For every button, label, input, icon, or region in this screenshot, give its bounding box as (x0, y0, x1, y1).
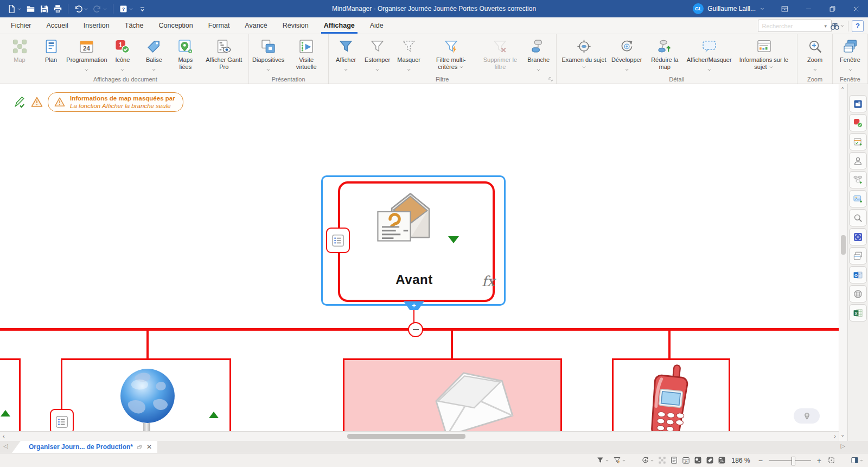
informations-sur-le-sujet-button[interactable]: Informations sur le sujet (733, 35, 795, 71)
vertical-scrollbar[interactable]: ⌃ ⌄ (839, 84, 847, 441)
tab-révision[interactable]: Révision (275, 17, 316, 34)
close-button[interactable] (844, 0, 868, 17)
sidebar-tab-resources[interactable] (849, 152, 867, 169)
topic-notes-badge[interactable] (326, 228, 350, 253)
examen-du-sujet-button[interactable]: Examen du sujet (559, 35, 609, 71)
sidebar-tab-task-info[interactable] (849, 133, 867, 150)
status-view-tags-button[interactable] (706, 456, 714, 464)
collapse-branch-button[interactable] (408, 322, 423, 337)
tab-format[interactable]: Format (201, 17, 238, 34)
new-document-button[interactable] (5, 3, 23, 15)
tab-scroll-left-icon[interactable]: ◁ (3, 443, 8, 450)
fenêtre-button[interactable]: Fenêtre (835, 35, 865, 74)
zoom-button[interactable]: Zoom (800, 35, 830, 74)
undo-button[interactable] (72, 3, 90, 15)
scroll-up-icon[interactable]: ⌃ (840, 86, 845, 92)
sidebar-tab-snippets[interactable] (849, 247, 867, 264)
customize-qat-button[interactable] (136, 3, 149, 15)
tab-avancé[interactable]: Avancé (237, 17, 275, 34)
help-button[interactable]: ? (852, 20, 864, 32)
status-view-icons-button[interactable] (694, 456, 702, 464)
location-pin-button[interactable] (794, 408, 820, 424)
afficher-gantt-pro-button[interactable]: Afficher Gantt Pro (202, 35, 246, 71)
tab-aide[interactable]: Aide (362, 17, 391, 34)
close-tab-icon[interactable]: ✕ (146, 443, 152, 451)
add-subtopic-button[interactable]: + (404, 301, 424, 310)
minimize-button[interactable] (796, 0, 820, 17)
chevron-down-icon[interactable] (129, 7, 133, 11)
search-input[interactable] (758, 20, 832, 32)
zoom-out-button[interactable]: − (756, 456, 765, 465)
afficher-button[interactable]: Afficher (331, 35, 361, 74)
masquer-button[interactable]: Masquer (394, 35, 424, 74)
map-warning-banner[interactable]: Informations de map masquées par La fonc… (48, 92, 183, 112)
réduire-la-map-button[interactable]: Réduire la map (644, 35, 685, 71)
subtopic-node-partial[interactable] (0, 358, 21, 438)
sidebar-tab-outlook[interactable]: O (849, 266, 867, 283)
map-canvas[interactable]: Informations de map masquées par La fonc… (0, 84, 839, 441)
status-develop-button[interactable] (641, 456, 654, 464)
edit-check-icon[interactable] (13, 96, 26, 109)
sidebar-tab-search[interactable] (849, 209, 867, 226)
float-window-icon[interactable] (137, 444, 143, 450)
chevron-down-icon[interactable] (84, 7, 88, 11)
afficher-masquer-button[interactable]: Afficher/Masquer (686, 35, 732, 74)
horizontal-scrollbar[interactable]: ‹ › (0, 431, 839, 441)
maps-liées-button[interactable]: Maps liées (170, 35, 201, 71)
tab-conception[interactable]: Conception (151, 17, 201, 34)
status-view-gantt-button[interactable] (718, 456, 726, 464)
balise-button[interactable]: Balise (139, 35, 169, 74)
sidebar-tab-excel[interactable]: X (849, 304, 867, 321)
zoom-slider[interactable] (769, 456, 811, 465)
save-button[interactable] (38, 3, 50, 15)
status-power-filter-button[interactable] (613, 456, 626, 464)
zoom-slider-handle[interactable] (792, 457, 795, 465)
chevron-down-icon[interactable] (103, 7, 107, 11)
programmation-button[interactable]: 24Programmation (67, 35, 106, 74)
print-button[interactable] (52, 3, 64, 15)
scroll-right-icon[interactable]: › (834, 432, 836, 440)
scroll-down-icon[interactable]: ⌄ (840, 432, 845, 438)
tab-fichier[interactable]: Fichier (3, 17, 39, 34)
restore-button[interactable] (820, 0, 844, 17)
status-view-schedule-button[interactable]: 24 (682, 456, 690, 464)
diapositives-button[interactable]: Diapositives (251, 35, 286, 74)
tab-tâche[interactable]: Tâche (117, 17, 151, 34)
sidebar-tab-map-markers[interactable] (849, 114, 867, 131)
open-button[interactable] (24, 3, 37, 15)
expand-triangle-icon[interactable] (1, 410, 10, 416)
filtre-multi-critères-button[interactable]: Filtre multi-critères (425, 35, 477, 71)
sidebar-tab-map-parts[interactable] (849, 171, 867, 188)
help-button[interactable]: ? (117, 3, 135, 15)
tab-insertion[interactable]: Insertion (76, 17, 117, 34)
status-filter-button[interactable] (596, 456, 609, 464)
expand-triangle-icon[interactable] (448, 236, 459, 243)
tab-scroll-right-icon[interactable]: ▷ (841, 443, 845, 450)
find-button[interactable] (830, 21, 845, 31)
sidebar-tab-focus[interactable] (849, 228, 867, 245)
panel-layout-button[interactable] (851, 456, 864, 464)
icône-button[interactable]: 1Icône (107, 35, 138, 74)
status-view-outline-button[interactable] (670, 456, 678, 464)
warning-triangle-icon[interactable] (30, 96, 43, 109)
visite-virtuelle-button[interactable]: Visite virtuelle (287, 35, 326, 71)
dialog-launcher-icon[interactable] (547, 76, 554, 83)
branche-button[interactable]: Branche (524, 35, 554, 74)
plan-button[interactable]: Plan (36, 35, 66, 64)
sidebar-tab-image-library[interactable] (849, 190, 867, 207)
tab-affichage[interactable]: Affichage (316, 17, 362, 34)
sidebar-tab-map-index[interactable] (849, 95, 867, 112)
expand-triangle-icon[interactable] (209, 412, 219, 418)
ribbon-display-options-button[interactable] (773, 0, 796, 17)
account-menu[interactable]: GL Guillaume Laill... (693, 3, 765, 14)
search-scope-chevron-icon[interactable]: ▾ (824, 23, 827, 29)
scrollbar-thumb[interactable] (347, 434, 465, 439)
développer-button[interactable]: Développer (610, 35, 643, 74)
sidebar-tab-web[interactable] (849, 285, 867, 302)
chevron-down-icon[interactable] (17, 7, 22, 11)
scrollbar-thumb[interactable] (841, 235, 846, 255)
scroll-left-icon[interactable]: ‹ (3, 432, 5, 440)
document-tab[interactable]: Organiser Journ... de Production* ✕ (12, 441, 157, 453)
topic-notes-badge[interactable] (50, 409, 74, 434)
tab-accueil[interactable]: Accueil (39, 17, 76, 34)
